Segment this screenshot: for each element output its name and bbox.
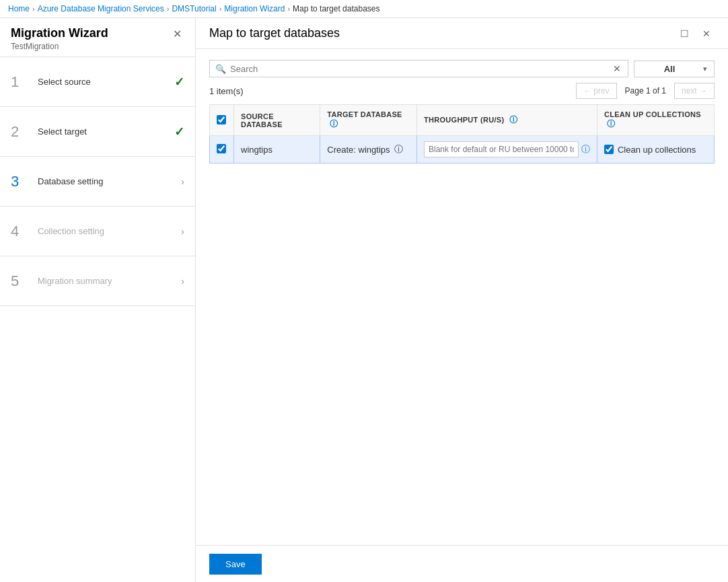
sidebar-header: Migration Wizard TestMigration ✕: [0, 18, 195, 57]
items-count: 1 item(s): [209, 86, 244, 96]
step-1-number: 1: [11, 73, 30, 91]
cleanup-label: Clean up collections: [618, 145, 696, 155]
window-controls: ☐ ✕: [676, 27, 715, 40]
wizard-step-1: 1 Select source ✓: [0, 57, 195, 107]
row-checkbox-cell: [210, 136, 234, 163]
toolbar-row: 🔍 ✕ All ▾: [209, 60, 715, 77]
step-2-number: 2: [11, 123, 30, 141]
step-4-label: Collection setting: [38, 226, 181, 236]
table-row: wingtips Create: wingtips ⓘ ⓘ: [210, 136, 715, 163]
content-header: Map to target databases ☐ ✕: [196, 18, 728, 49]
source-db-value: wingtips: [241, 145, 272, 155]
content-body: 🔍 ✕ All ▾ 1 item(s) ← prev Page 1 of 1 n…: [196, 49, 728, 545]
content-footer: Save: [196, 545, 728, 582]
step-5-label: Migration summary: [38, 276, 181, 286]
search-input[interactable]: [230, 64, 612, 74]
step-3-number: 3: [11, 173, 30, 190]
cleanup-cell: Clean up collections: [597, 136, 714, 163]
col-cleanup-header: CLEAN UP COLLECTIONS ⓘ: [597, 105, 714, 136]
throughput-cell: ⓘ: [416, 136, 597, 163]
step-5-chevron-icon: ›: [181, 276, 184, 287]
pagination: ← prev Page 1 of 1 next →: [576, 83, 715, 99]
window-restore-button[interactable]: ☐: [676, 27, 693, 40]
col-target-db-header: TARGET DATABASE ⓘ: [320, 105, 417, 136]
step-3-chevron-icon: ›: [181, 176, 184, 187]
throughput-info-icon[interactable]: ⓘ: [509, 115, 517, 124]
target-db-value: Create: wingtips: [327, 145, 390, 155]
step-1-check: ✓: [174, 75, 184, 89]
col-throughput-header: THROUGHPUT (RU/S) ⓘ: [416, 105, 597, 136]
breadcrumb-home[interactable]: Home: [8, 4, 30, 13]
chevron-down-icon: ▾: [703, 65, 707, 73]
row-select-checkbox[interactable]: [217, 144, 226, 153]
content-panel: Map to target databases ☐ ✕ 🔍 ✕ All ▾: [196, 18, 728, 582]
step-1-label: Select source: [38, 77, 174, 87]
cleanup-info-icon[interactable]: ⓘ: [607, 119, 615, 129]
breadcrumb-migration-wizard[interactable]: Migration Wizard: [224, 4, 285, 13]
step-5-number: 5: [11, 272, 30, 290]
pagination-prev-button[interactable]: ← prev: [576, 83, 617, 99]
col-source-db-header: SOURCE DATABASE: [234, 105, 320, 136]
wizard-steps: 1 Select source ✓ 2 Select target ✓ 3 Da…: [0, 57, 195, 582]
table-header-row: SOURCE DATABASE TARGET DATABASE ⓘ THROUG…: [210, 105, 715, 136]
select-all-checkbox[interactable]: [217, 115, 226, 124]
sidebar: Migration Wizard TestMigration ✕ 1 Selec…: [0, 18, 196, 582]
step-2-check: ✓: [174, 124, 184, 139]
search-clear-button[interactable]: ✕: [612, 63, 622, 74]
breadcrumb-tutorial[interactable]: DMSTutorial: [172, 4, 216, 13]
breadcrumb: Home › Azure Database Migration Services…: [0, 0, 728, 18]
target-db-info-icon[interactable]: ⓘ: [330, 119, 338, 129]
search-box: 🔍 ✕: [209, 60, 628, 77]
save-button[interactable]: Save: [209, 554, 262, 575]
step-2-label: Select target: [38, 126, 174, 137]
throughput-input[interactable]: [424, 141, 579, 157]
breadcrumb-dms[interactable]: Azure Database Migration Services: [38, 4, 164, 13]
step-4-chevron-icon: ›: [181, 226, 184, 237]
pagination-next-button[interactable]: next →: [674, 83, 715, 99]
cleanup-checkbox[interactable]: [604, 145, 614, 154]
sidebar-close-button[interactable]: ✕: [170, 26, 184, 42]
target-db-cell: Create: wingtips ⓘ: [320, 136, 417, 163]
data-table: SOURCE DATABASE TARGET DATABASE ⓘ THROUG…: [209, 104, 715, 163]
content-title: Map to target databases: [209, 26, 340, 40]
wizard-step-2: 2 Select target ✓: [0, 107, 195, 157]
col-select-header: [210, 105, 234, 136]
wizard-step-3[interactable]: 3 Database setting ›: [0, 157, 195, 207]
throughput-row-info-icon[interactable]: ⓘ: [581, 143, 590, 155]
step-3-label: Database setting: [38, 176, 181, 186]
sidebar-title: Migration Wizard: [11, 26, 108, 40]
wizard-step-4[interactable]: 4 Collection setting ›: [0, 207, 195, 256]
sidebar-subtitle: TestMigration: [11, 42, 108, 51]
pagination-info: Page 1 of 1: [620, 86, 671, 96]
search-icon: 🔍: [215, 64, 226, 74]
items-row: 1 item(s) ← prev Page 1 of 1 next →: [209, 83, 715, 99]
source-db-cell: wingtips: [234, 136, 320, 163]
filter-dropdown[interactable]: All ▾: [634, 61, 715, 77]
step-4-number: 4: [11, 223, 30, 240]
filter-label: All: [641, 64, 698, 74]
breadcrumb-current: Map to target databases: [293, 4, 379, 13]
target-row-info-icon[interactable]: ⓘ: [394, 143, 403, 155]
wizard-step-5[interactable]: 5 Migration summary ›: [0, 256, 195, 306]
window-close-button[interactable]: ✕: [698, 27, 715, 40]
